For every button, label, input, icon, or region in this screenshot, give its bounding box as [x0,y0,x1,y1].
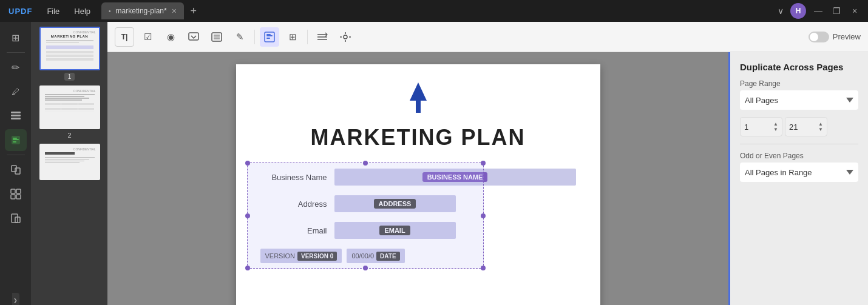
grid-tool-btn[interactable]: ⊞ [283,27,302,47]
tool-separator-2 [307,30,308,44]
preview-label: Preview [833,32,861,41]
svg-point-27 [344,35,347,39]
field-box-address[interactable]: ADDRESS [334,195,456,212]
thumbnail-2[interactable]: CONFIDENTIAL 2 [35,85,104,139]
thumb-img-3: CONFIDENTIAL [39,144,100,180]
thumbnail-3[interactable]: CONFIDENTIAL [35,144,104,180]
field-row-business-name: Business Name BUSINESS NAME [260,169,576,186]
svg-rect-15 [189,33,198,40]
maximize-btn[interactable]: ❐ [828,2,845,19]
pdf-canvas[interactable]: MARKETING PLAN [107,52,728,305]
range-from-up-arrow[interactable]: ▲ [773,122,778,127]
sidebar-divider-2 [7,155,25,155]
range-to-value: 21 [789,122,798,132]
collapse-btn[interactable]: ∨ [772,2,789,19]
toggle-knob [810,33,818,41]
svg-rect-23 [266,38,270,39]
secure-icon[interactable] [5,207,27,229]
pdf-page: MARKETING PLAN [236,64,600,305]
pages-icon[interactable]: ⊞ [5,27,27,49]
range-to-arrows[interactable]: ▲ ▼ [818,122,823,132]
svg-rect-13 [12,214,18,223]
thumb-img-1: CONFIDENTIAL MARKETING PLAN [39,27,100,70]
panel-divider [740,144,858,144]
radio-tool-btn[interactable]: ◉ [161,27,180,47]
text-field-tool-btn[interactable]: T| [115,27,134,47]
odd-even-select[interactable]: All Pages in Range Odd Pages Even Pages [740,163,858,182]
preview-switch[interactable] [809,32,829,42]
sidebar-divider-1 [7,52,25,53]
field-box-business-name[interactable]: BUSINESS NAME [334,169,576,186]
range-to-input[interactable]: 21 ▲ ▼ [785,117,827,136]
svg-rect-29 [416,99,421,113]
range-to-up-arrow[interactable]: ▲ [818,122,823,127]
page-range-label: Page Range [740,79,858,88]
version-field[interactable]: VERSION VERSION 0 [260,249,342,263]
svg-rect-1 [11,115,21,116]
date-tag: DATE [376,252,399,261]
minimize-btn[interactable]: — [810,2,827,19]
align-tool-btn[interactable] [313,27,332,47]
range-from-input[interactable]: 1 ▲ ▼ [740,117,782,136]
active-tab[interactable]: • marketing-plan* × [101,2,184,19]
svg-rect-5 [13,138,17,139]
svg-rect-10 [16,189,21,193]
svg-rect-8 [15,168,20,174]
window-controls: ∨ H — ❐ × [772,2,863,19]
edit-icon[interactable]: ✏ [5,56,27,78]
bottom-fields-row: VERSION VERSION 0 00/00/0 DATE [260,249,576,263]
tab-close-btn[interactable]: × [172,7,177,15]
page-range-select[interactable]: All Pages Custom Range [740,90,858,110]
svg-rect-20 [265,32,274,42]
titlebar: UPDF File Help • marketing-plan* × + ∨ H… [0,0,868,22]
active-sidebar-icon[interactable] [5,129,27,151]
svg-rect-6 [13,141,16,142]
user-avatar[interactable]: H [790,3,806,19]
field-label-email: Email [260,226,327,235]
organize-icon[interactable] [5,183,27,205]
tab-dot: • [109,8,111,15]
field-tag-address: ADDRESS [374,199,416,209]
thumbnail-panel: CONFIDENTIAL MARKETING PLAN 1 [32,22,107,305]
odd-even-section: Odd or Even Pages All Pages in Range Odd… [740,152,858,182]
svg-rect-22 [266,34,271,35]
thumb-label-2: 2 [67,132,71,139]
range-from-down-arrow[interactable]: ▼ [773,127,778,132]
menu-bar: File Help [41,4,97,18]
thumb-page-num-1: 1 [64,73,75,81]
checkbox-tool-btn[interactable]: ☑ [138,27,157,47]
range-from-arrows[interactable]: ▲ ▼ [773,122,778,132]
close-btn[interactable]: × [846,2,863,19]
listbox-tool-btn[interactable] [207,27,226,47]
annotate-icon[interactable]: 🖊 [5,81,27,102]
range-to-down-arrow[interactable]: ▼ [818,127,823,132]
svg-rect-4 [13,139,19,140]
main-area: ⊞ ✏ 🖊 ❯ CONFIDENTIAL MAR [0,22,868,305]
dropdown-tool-btn[interactable] [184,27,203,47]
svg-rect-12 [16,195,21,199]
thumb-img-2: CONFIDENTIAL [39,85,100,129]
menu-help[interactable]: Help [68,4,97,18]
thumbnail-1[interactable]: CONFIDENTIAL MARKETING PLAN 1 [35,27,104,81]
up-arrow-icon [410,82,427,113]
right-panel: Duplicate Across Pages Page Range All Pa… [728,52,868,305]
date-field[interactable]: 00/00/0 DATE [347,249,404,263]
svg-rect-2 [11,118,21,119]
active-tool-btn[interactable] [260,27,279,47]
svg-rect-0 [11,112,21,113]
sidebar-expand-btn[interactable]: ❯ [12,293,19,305]
field-box-email[interactable]: EMAIL [334,222,456,239]
sign-field-tool-btn[interactable]: ✎ [230,27,249,47]
field-label-address: Address [260,199,327,209]
new-tab-btn[interactable]: + [186,4,201,18]
properties-tool-btn[interactable] [336,27,355,47]
version-tag: VERSION 0 [297,252,337,261]
menu-file[interactable]: File [41,4,66,18]
range-inputs: 1 ▲ ▼ 21 ▲ ▼ [740,117,858,136]
field-row-email: Email EMAIL [260,222,576,239]
forms-icon[interactable] [5,105,27,127]
preview-toggle: Preview [809,32,861,42]
tool-separator-1 [254,30,255,44]
content-area: T| ☑ ◉ ✎ ⊞ [107,22,868,305]
extract-icon[interactable] [5,159,27,181]
